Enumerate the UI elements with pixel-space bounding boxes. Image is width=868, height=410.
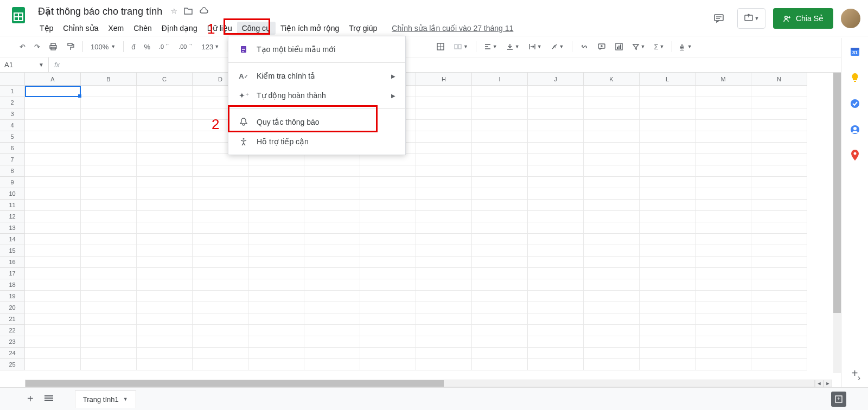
calendar-icon[interactable]: 31 <box>849 46 861 57</box>
last-edit-link[interactable]: Chỉnh sửa lần cuối vào 27 tháng 11 <box>392 24 513 33</box>
cell[interactable] <box>640 279 695 291</box>
menu-xem[interactable]: Xem <box>104 22 129 35</box>
cell[interactable] <box>584 211 640 222</box>
menu-dữ-liệu[interactable]: Dữ liệu <box>202 22 237 35</box>
cell[interactable] <box>25 177 81 188</box>
hscroll-right[interactable]: ► <box>824 380 832 387</box>
cell[interactable] <box>81 188 137 200</box>
cell[interactable] <box>248 291 304 302</box>
cell[interactable] <box>472 348 528 359</box>
cell[interactable] <box>528 222 584 234</box>
cell[interactable] <box>137 325 193 336</box>
cell[interactable] <box>416 359 472 370</box>
cell[interactable] <box>584 234 640 245</box>
cell[interactable] <box>25 131 81 143</box>
cell[interactable] <box>416 234 472 245</box>
cell[interactable] <box>25 165 81 177</box>
cell[interactable] <box>304 245 360 257</box>
borders-button[interactable] <box>433 40 448 53</box>
cell[interactable] <box>81 268 137 279</box>
cell[interactable] <box>640 200 695 211</box>
print-button[interactable] <box>46 40 61 53</box>
cell[interactable] <box>248 154 304 165</box>
cell[interactable] <box>472 291 528 302</box>
cell[interactable] <box>584 177 640 188</box>
cell[interactable] <box>81 234 137 245</box>
cell[interactable] <box>137 165 193 177</box>
cell[interactable] <box>193 177 248 188</box>
cell[interactable] <box>528 302 584 313</box>
cell[interactable] <box>304 257 360 268</box>
cell[interactable] <box>137 336 193 348</box>
cell[interactable] <box>193 336 248 348</box>
currency-button[interactable]: đ <box>128 41 138 53</box>
zoom-select[interactable]: 100%▼ <box>87 41 119 53</box>
cell[interactable] <box>248 336 304 348</box>
cell[interactable] <box>584 86 640 97</box>
cell[interactable] <box>695 302 751 313</box>
cell[interactable] <box>360 359 416 370</box>
row-header[interactable]: 5 <box>0 131 24 143</box>
cell[interactable] <box>584 165 640 177</box>
cell[interactable] <box>304 211 360 222</box>
cell[interactable] <box>81 86 137 97</box>
row-header[interactable]: 4 <box>0 120 24 131</box>
rotate-button[interactable]: A▼ <box>547 41 567 53</box>
cell[interactable] <box>472 245 528 257</box>
cell[interactable] <box>193 257 248 268</box>
row-header[interactable]: 3 <box>0 108 24 120</box>
cell[interactable] <box>416 108 472 120</box>
cell[interactable] <box>751 131 807 143</box>
col-header[interactable]: N <box>751 73 807 85</box>
cell[interactable] <box>584 222 640 234</box>
cell[interactable] <box>360 325 416 336</box>
menu-công-cụ[interactable]: Công cụ <box>237 22 276 35</box>
cell[interactable] <box>360 268 416 279</box>
cell[interactable] <box>304 234 360 245</box>
cell[interactable] <box>695 200 751 211</box>
cell[interactable] <box>584 336 640 348</box>
cell[interactable] <box>416 211 472 222</box>
cell[interactable] <box>751 291 807 302</box>
cell[interactable] <box>416 222 472 234</box>
row-header[interactable]: 24 <box>0 348 24 359</box>
row-header[interactable]: 13 <box>0 222 24 234</box>
cell[interactable] <box>193 291 248 302</box>
cell[interactable] <box>25 302 81 313</box>
cell[interactable] <box>248 200 304 211</box>
col-header[interactable]: B <box>81 73 137 85</box>
cell[interactable] <box>695 154 751 165</box>
cell[interactable] <box>751 222 807 234</box>
cell[interactable] <box>695 291 751 302</box>
cell[interactable] <box>472 268 528 279</box>
cell[interactable] <box>584 188 640 200</box>
cell[interactable] <box>360 257 416 268</box>
cell[interactable] <box>248 222 304 234</box>
cell[interactable] <box>751 188 807 200</box>
row-header[interactable]: 16 <box>0 257 24 268</box>
cell[interactable] <box>695 177 751 188</box>
cell[interactable] <box>695 245 751 257</box>
cell[interactable] <box>416 245 472 257</box>
cell[interactable] <box>751 200 807 211</box>
col-header[interactable]: L <box>640 73 695 85</box>
cell[interactable] <box>751 257 807 268</box>
cell[interactable] <box>137 302 193 313</box>
cell[interactable] <box>193 359 248 370</box>
cell[interactable] <box>25 245 81 257</box>
cell[interactable] <box>472 359 528 370</box>
cell[interactable] <box>248 313 304 325</box>
cell[interactable] <box>751 279 807 291</box>
cell[interactable] <box>472 325 528 336</box>
cell[interactable] <box>584 359 640 370</box>
cell[interactable] <box>640 131 695 143</box>
cell[interactable] <box>472 131 528 143</box>
cell[interactable] <box>640 302 695 313</box>
cell[interactable] <box>304 348 360 359</box>
cell[interactable] <box>137 359 193 370</box>
cell[interactable] <box>193 234 248 245</box>
cell[interactable] <box>472 257 528 268</box>
cell[interactable] <box>584 108 640 120</box>
cell[interactable] <box>416 143 472 154</box>
increase-decimal-button[interactable]: .00→ <box>175 41 196 52</box>
